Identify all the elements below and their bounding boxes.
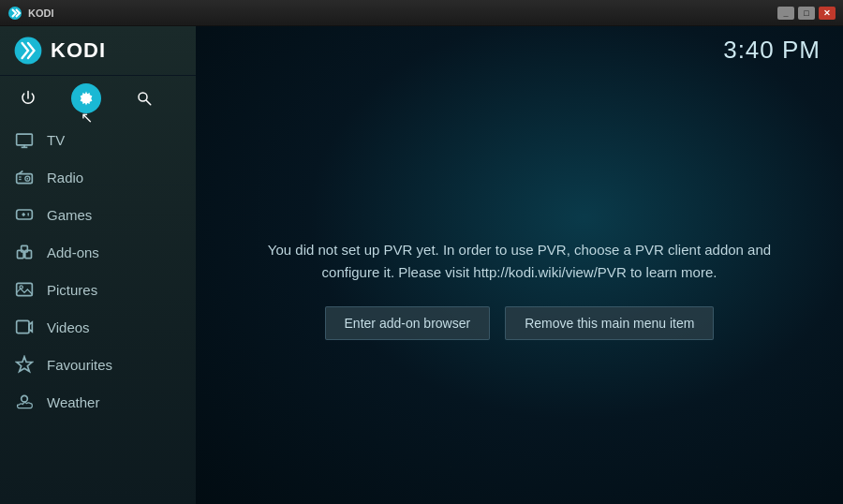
top-bar: 3:40 PM [196,26,843,74]
title-bar-left: KODI [7,6,54,21]
sidebar-item-pictures[interactable]: Pictures [0,271,196,308]
sidebar-item-games[interactable]: Games [0,196,196,233]
power-icon [20,90,37,107]
svg-point-17 [27,213,29,215]
title-bar-controls: _ □ ✕ [777,7,836,20]
svg-point-18 [27,215,29,216]
sidebar-item-tv[interactable]: TV [0,121,196,158]
center-content: You did not set up PVR yet. In order to … [196,74,843,504]
sidebar-icons-row: ↖ [0,76,196,121]
sidebar-item-games-label: Games [47,207,92,223]
title-bar: KODI _ □ ✕ [0,0,843,26]
videos-icon [15,318,34,336]
sidebar-item-videos[interactable]: Videos [0,308,196,346]
sidebar-item-favourites[interactable]: Favourites [0,346,196,383]
title-bar-title: KODI [28,7,54,19]
action-buttons: Enter add-on browser Remove this main me… [325,306,715,340]
sidebar-item-videos-label: Videos [47,319,90,335]
addons-icon [15,243,34,261]
weather-icon [15,393,34,411]
enter-addon-browser-button[interactable]: Enter add-on browser [325,306,491,340]
kodi-logo-icon [13,36,43,66]
pictures-icon [15,280,34,299]
sidebar-item-radio[interactable]: Radio [0,158,196,196]
svg-line-4 [146,100,151,105]
search-button[interactable] [129,83,159,113]
svg-point-11 [27,178,29,180]
app-container: KODI ↖ [0,26,843,504]
games-icon [15,205,34,224]
kodi-brand-name: KODI [51,38,106,63]
nav-items: TV Radio [0,121,196,504]
close-button[interactable]: ✕ [819,7,836,20]
remove-menu-item-button[interactable]: Remove this main menu item [505,306,714,340]
settings-button[interactable]: ↖ [71,83,101,113]
sidebar-item-weather[interactable]: Weather [0,383,196,421]
time-display: 3:40 PM [723,36,821,65]
sidebar-header: KODI [0,26,196,76]
sidebar-item-favourites-label: Favourites [47,357,112,373]
maximize-button[interactable]: □ [798,7,815,20]
power-button[interactable] [13,83,43,113]
sidebar-item-tv-label: TV [47,132,65,148]
search-icon [136,90,153,107]
svg-point-3 [139,93,147,101]
tv-icon [15,130,34,149]
kodi-titlebar-icon [7,6,22,21]
svg-rect-5 [17,134,33,145]
favourites-icon [15,355,34,374]
main-content: 3:40 PM You did not set up PVR yet. In o… [196,26,843,504]
sidebar-item-weather-label: Weather [47,394,99,410]
svg-rect-24 [17,320,29,333]
sidebar-item-addons-label: Add-ons [47,245,99,260]
sidebar-item-pictures-label: Pictures [47,282,97,298]
sidebar-item-addons[interactable]: Add-ons [0,233,196,271]
svg-point-25 [22,395,28,402]
minimize-button[interactable]: _ [777,7,794,20]
pvr-message: You did not set up PVR yet. In order to … [248,239,791,284]
sidebar: KODI ↖ [0,26,196,504]
settings-icon [78,90,95,107]
sidebar-item-radio-label: Radio [47,170,83,185]
radio-icon [15,168,34,186]
